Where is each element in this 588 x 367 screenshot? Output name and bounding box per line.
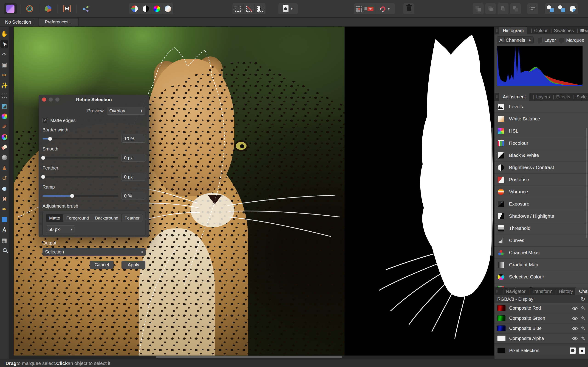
channel-row-alpha[interactable]: Composite Alpha✎ (494, 334, 588, 344)
adjustment-posterise[interactable]: Posterise (494, 174, 588, 186)
cancel-button[interactable]: Cancel (90, 261, 114, 269)
brush-mode-matte[interactable]: Matte (46, 214, 63, 222)
preferences-button[interactable]: Preferences... (39, 19, 78, 25)
flood-select-tool[interactable]: ✨ (0, 81, 8, 89)
marquee-tool[interactable] (0, 92, 8, 100)
export-persona-button[interactable] (80, 3, 91, 14)
geometry-subtract-button[interactable] (556, 3, 567, 14)
apply-button[interactable]: Apply (121, 261, 145, 269)
liquify-persona-button[interactable] (61, 3, 73, 14)
selection-circle-icon[interactable] (570, 348, 576, 354)
flood-fill-tool[interactable]: ◩ (0, 102, 8, 110)
tone-mapping-persona-button[interactable] (43, 3, 54, 14)
paint-brush-tool[interactable]: ✐ (0, 123, 8, 131)
text-tool[interactable]: A (0, 226, 8, 234)
adjustment-levels[interactable]: Levels (494, 101, 588, 113)
tab-navigator[interactable]: Navigator (500, 289, 526, 294)
slider-knob[interactable] (48, 137, 52, 141)
tab-histogram[interactable]: Histogram (499, 27, 527, 34)
eye-icon[interactable] (572, 326, 578, 331)
slider-track[interactable] (43, 157, 118, 158)
eye-icon[interactable] (572, 316, 578, 320)
tab-styles[interactable]: Styles (571, 94, 588, 100)
adjustment-threshold[interactable]: Threshold (494, 222, 588, 234)
output-select[interactable]: Selection ▲▼ (43, 248, 146, 256)
pen-tool[interactable]: ✒ (0, 205, 8, 213)
view-tool[interactable]: ✋ (0, 30, 8, 38)
move-to-back-button[interactable] (510, 3, 521, 14)
adjustment-selective-colour[interactable]: Selective Colour (494, 271, 588, 283)
slider-track[interactable] (43, 195, 118, 197)
edit-icon[interactable]: ✎ (581, 305, 585, 311)
edit-icon[interactable]: ✎ (581, 336, 585, 342)
auto-levels-button[interactable] (129, 3, 140, 14)
adjustment-colour-balance[interactable]: Colour Balance (494, 283, 588, 287)
adjustment-recolour[interactable]: Recolour (494, 137, 588, 149)
panel-splitter-icon[interactable]: ‖ (496, 27, 497, 34)
clone-stamp-tool[interactable]: ♟ (0, 164, 8, 172)
auto-contrast-button[interactable] (140, 3, 151, 14)
dodge-brush-tool[interactable] (0, 154, 8, 161)
tab-history[interactable]: History (553, 289, 573, 294)
dialog-titlebar[interactable]: Refine Selection (39, 95, 149, 104)
geometry-add-button[interactable] (545, 3, 556, 14)
adjustment-vibrance[interactable]: Vibrance (494, 186, 588, 198)
preview-select[interactable]: Overlay ▲▼ (107, 107, 145, 115)
adjustment-gradient-map[interactable]: Gradient Map (494, 259, 588, 271)
subtract-selection-button[interactable] (243, 3, 254, 14)
slider-knob[interactable] (70, 194, 74, 198)
slider-value[interactable]: 0 % (121, 192, 145, 200)
move-forward-button[interactable] (485, 3, 496, 14)
intersect-selection-button[interactable] (254, 3, 266, 14)
edit-icon[interactable]: ✎ (581, 325, 585, 332)
slider-knob[interactable] (41, 175, 45, 179)
adjustment-shadows-highlights[interactable]: Shadows / Highlights (494, 210, 588, 222)
move-backward-button[interactable] (498, 3, 509, 14)
undo-brush-tool[interactable]: ↺ (0, 174, 8, 182)
adjustment-hsl[interactable]: HSL (494, 125, 588, 137)
channel-row-blue[interactable]: Composite Blue✎ (494, 323, 588, 334)
new-selection-button[interactable] (233, 3, 243, 14)
horizontal-scrollbar[interactable] (156, 356, 342, 358)
adjustment-scrollbar[interactable] (586, 128, 587, 238)
colour-replacement-brush-tool[interactable] (0, 133, 8, 141)
tab-colour[interactable]: Colour (528, 28, 548, 33)
brush-mode-background[interactable]: Background (92, 214, 121, 222)
alignment-button[interactable] (527, 3, 538, 14)
gradient-tool[interactable] (0, 112, 8, 120)
selection-diamond-icon[interactable]: ◆ (579, 348, 585, 354)
crop-tool[interactable]: ▣ (0, 61, 8, 69)
healing-brush-tool[interactable]: ✚ (0, 195, 8, 203)
delete-button[interactable] (403, 3, 414, 14)
erase-tool[interactable] (0, 143, 8, 151)
tab-adjustment[interactable]: Adjustment (499, 93, 529, 101)
zoom-tool[interactable] (0, 247, 8, 254)
slider-value[interactable]: 10 % (121, 135, 145, 143)
slider-knob[interactable] (41, 156, 45, 160)
rectangle-tool[interactable] (0, 216, 8, 223)
adjustment-channel-mixer[interactable]: Channel Mixer (494, 247, 588, 259)
zoom-button[interactable] (55, 98, 60, 102)
move-to-front-button[interactable] (473, 3, 484, 14)
tab-layers[interactable]: Layers (530, 94, 550, 100)
reset-icon[interactable]: ↻ (581, 296, 585, 302)
adjustment-curves[interactable]: Curves (494, 234, 588, 247)
adjustment-exposure[interactable]: Exposure (494, 198, 588, 210)
edit-icon[interactable]: ✎ (581, 315, 585, 321)
tab-effects[interactable]: Effects (550, 94, 571, 100)
slider-value[interactable]: 0 px (121, 173, 145, 181)
colour-picker-tool[interactable]: ✑ (0, 50, 8, 58)
geometry-divide-button[interactable] (567, 3, 578, 14)
pixel-grid-button[interactable] (354, 3, 365, 14)
panel-splitter-icon[interactable]: ‖ (496, 93, 497, 101)
auto-colour-button[interactable] (151, 3, 162, 14)
vertical-scrollbar[interactable] (491, 127, 493, 256)
slider-track[interactable] (43, 176, 118, 177)
minimize-button[interactable] (49, 98, 53, 102)
transform-origin-button[interactable]: ➜ (365, 3, 376, 14)
tab-channels[interactable]: Channels (575, 287, 588, 295)
auto-white-balance-button[interactable] (162, 3, 173, 14)
move-tool[interactable]: ➤ (0, 40, 8, 48)
marquee-checkbox[interactable] (559, 38, 564, 43)
adjustment-black-white[interactable]: Black & White (494, 149, 588, 161)
